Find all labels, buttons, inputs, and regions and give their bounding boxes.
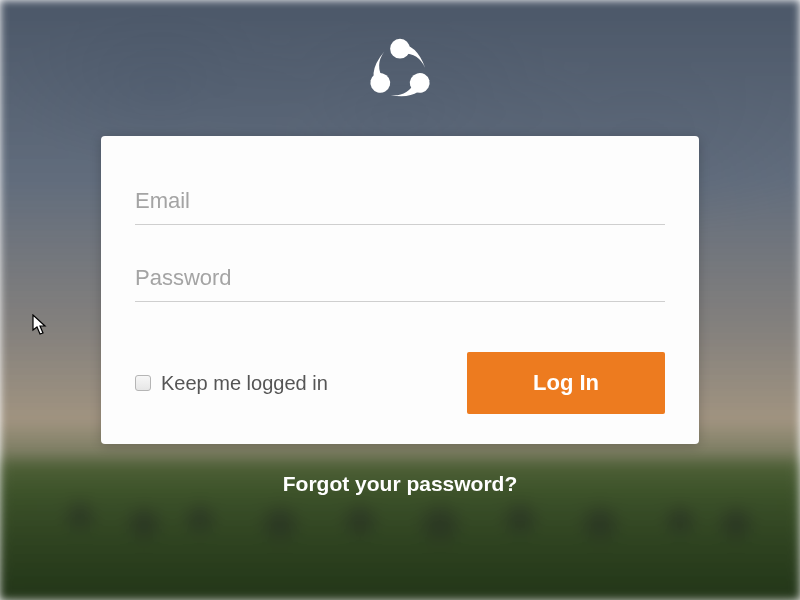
remember-me-checkbox[interactable] bbox=[135, 375, 151, 391]
password-field[interactable] bbox=[135, 259, 665, 302]
remember-me-label: Keep me logged in bbox=[161, 372, 328, 395]
login-button[interactable]: Log In bbox=[467, 352, 665, 414]
forgot-password-link[interactable]: Forgot your password? bbox=[283, 472, 518, 496]
app-logo-icon bbox=[362, 32, 438, 108]
login-card: Keep me logged in Log In bbox=[101, 136, 699, 444]
remember-me-wrap[interactable]: Keep me logged in bbox=[135, 372, 328, 395]
email-field[interactable] bbox=[135, 182, 665, 225]
